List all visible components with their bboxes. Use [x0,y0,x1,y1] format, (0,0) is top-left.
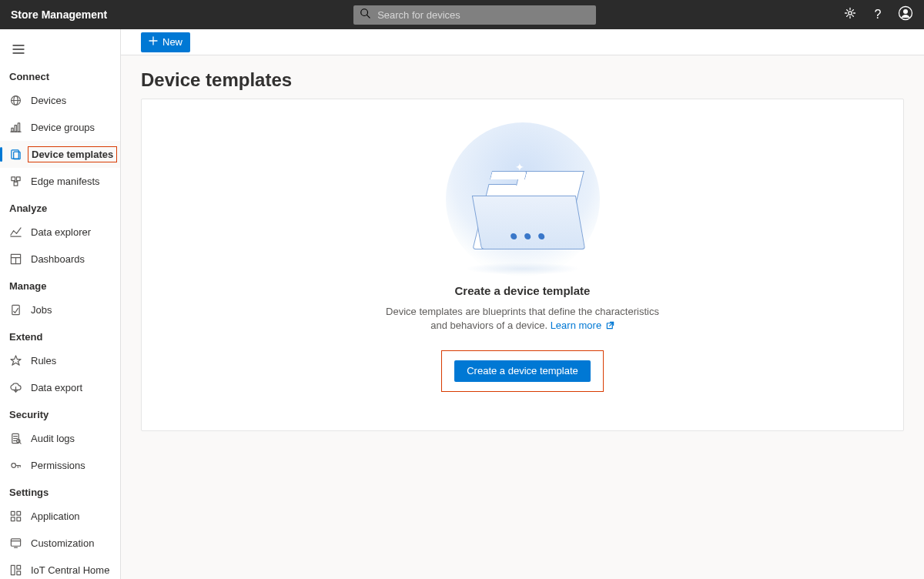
svg-rect-19 [14,182,18,186]
empty-state-description-text: Device templates are blueprints that def… [386,306,659,331]
header-center [107,5,842,25]
home-icon [9,564,22,577]
svg-rect-11 [11,128,12,132]
sidebar-item-label: Rules [31,355,56,366]
permissions-icon [9,460,22,472]
sidebar-item-devices[interactable]: Devices [0,87,120,114]
sidebar-section-extend: Extend [0,323,120,347]
svg-point-0 [361,9,368,16]
sidebar-item-customization[interactable]: Customization [0,530,120,557]
new-button[interactable]: New [141,32,190,52]
chart-icon [9,122,22,134]
svg-rect-41 [16,517,20,521]
edge-icon [9,176,22,188]
sidebar-item-data-export[interactable]: Data export [0,374,120,401]
audit-icon [9,433,22,445]
export-icon [9,382,22,394]
sidebar-item-rules[interactable]: Rules [0,347,120,374]
svg-point-2 [849,12,852,15]
svg-rect-45 [11,565,15,574]
sidebar-item-label: IoT Central Home [31,564,109,576]
sidebar: Connect Devices Device groups Device tem… [0,29,121,579]
svg-rect-40 [11,517,15,521]
sidebar-item-label: Device groups [31,122,95,133]
account-button[interactable] [898,7,913,22]
application-icon [9,510,22,523]
sidebar-item-device-groups[interactable]: Device groups [0,114,120,141]
sidebar-item-label: Audit logs [31,433,75,444]
sidebar-item-label: Data export [31,382,82,393]
sidebar-item-device-templates[interactable]: Device templates [0,141,120,168]
search-input[interactable] [376,8,590,22]
world-icon [9,95,22,107]
svg-marker-27 [10,356,20,365]
nav-toggle[interactable] [0,37,120,63]
sidebar-item-audit-logs[interactable]: Audit logs [0,425,120,452]
svg-rect-17 [11,177,15,181]
hamburger-icon [12,44,25,57]
svg-rect-13 [18,123,19,132]
sidebar-item-label: Jobs [31,304,52,316]
sidebar-section-connect: Connect [0,63,120,87]
svg-rect-18 [16,177,20,181]
jobs-icon [9,304,22,316]
template-icon [9,149,22,161]
cta-highlight: Create a device template [441,350,604,392]
sidebar-item-label: Device templates [28,146,117,162]
main-content: New Device templates ✦ Create a device t… [121,29,924,579]
sidebar-item-iot-central-home[interactable]: IoT Central Home [0,557,120,579]
cta-button-label: Create a device template [467,365,578,377]
command-bar: New [121,29,924,55]
svg-rect-39 [16,511,20,515]
customization-icon [9,537,22,550]
svg-rect-12 [15,126,16,132]
page-body: Connect Devices Device groups Device tem… [0,29,924,579]
help-button[interactable]: ? [870,7,886,22]
sidebar-item-permissions[interactable]: Permissions [0,452,120,479]
account-icon [898,5,913,24]
create-device-template-button[interactable]: Create a device template [454,360,591,382]
svg-rect-47 [16,571,20,575]
empty-state-heading: Create a device template [455,284,591,297]
sidebar-item-label: Permissions [31,460,85,471]
dashboard-icon [9,253,22,266]
sidebar-section-security: Security [0,401,120,425]
header-actions: ? [842,7,913,22]
sidebar-item-label: Data explorer [31,226,91,238]
page-title: Device templates [121,55,924,99]
learn-more-link[interactable]: Learn more [551,320,614,331]
sidebar-item-label: Edge manifests [31,176,100,187]
sidebar-item-label: Application [31,510,80,522]
trend-icon [9,226,22,239]
plus-icon [149,36,158,48]
svg-line-33 [19,442,21,443]
sidebar-item-data-explorer[interactable]: Data explorer [0,219,120,246]
sidebar-item-dashboards[interactable]: Dashboards [0,246,120,273]
new-button-label: New [162,36,182,48]
svg-point-34 [11,464,15,468]
sidebar-item-label: Devices [31,95,66,106]
empty-state-card: ✦ Create a device template Device templa… [141,99,904,431]
search-icon [360,8,370,22]
search-box[interactable] [353,5,596,25]
svg-point-4 [903,9,908,14]
sidebar-section-settings: Settings [0,479,120,503]
empty-state-description: Device templates are blueprints that def… [384,305,661,333]
external-link-icon [606,320,614,333]
help-icon: ? [875,8,882,22]
sidebar-item-application[interactable]: Application [0,503,120,530]
svg-line-51 [609,322,613,326]
app-title: Store Management [11,8,107,21]
sidebar-section-manage: Manage [0,273,120,296]
sidebar-item-jobs[interactable]: Jobs [0,296,120,323]
svg-rect-26 [12,305,18,314]
svg-rect-46 [16,565,20,569]
svg-rect-15 [11,150,18,159]
sidebar-item-edge-manifests[interactable]: Edge manifests [0,168,120,195]
settings-button[interactable] [842,7,858,22]
sidebar-item-label: Customization [31,537,94,549]
gear-icon [844,7,856,22]
rules-icon [9,355,22,367]
sidebar-item-label: Dashboards [31,253,85,265]
svg-line-1 [367,15,370,18]
